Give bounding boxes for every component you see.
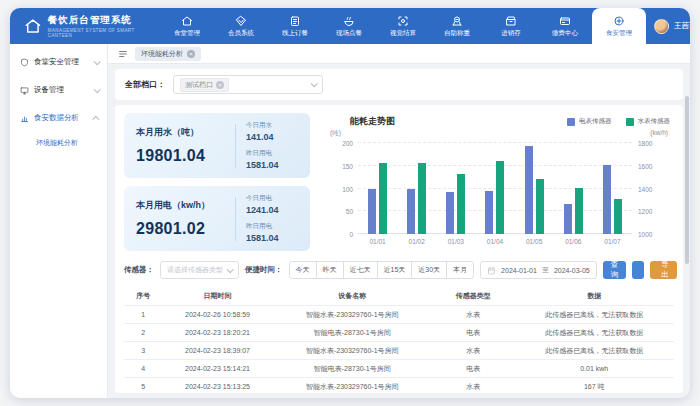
nav-item-payment-center[interactable]: 缴费中心 — [538, 8, 592, 44]
sidebar-item-canteen-safety-mgmt[interactable]: 食堂安全管理 — [10, 48, 107, 76]
export-button[interactable]: 导出 — [650, 261, 677, 279]
stall-select[interactable]: 测试档口 × — [173, 75, 323, 94]
canteen-icon — [181, 15, 193, 27]
table-cell: 2024-02-26 10:58:59 — [163, 306, 273, 324]
vision-checkout-icon — [397, 15, 409, 27]
right-axis-tick: 1000 — [638, 231, 652, 238]
app-window: 餐饮后台管理系统 MANAGEMENT SYSTEM OF SMART CANT… — [10, 8, 690, 398]
nav-item-canteen-mgmt[interactable]: 食堂管理 — [160, 8, 214, 44]
calendar-icon — [487, 266, 496, 275]
bar-电表传感器-01/06 — [564, 204, 572, 234]
legend-swatch — [626, 118, 634, 126]
menu-icon[interactable] — [118, 49, 128, 59]
x-axis-label: 01/06 — [554, 238, 593, 245]
table-cell: 智能电表-28730-1号房间 — [273, 360, 433, 378]
vertical-scrollbar[interactable] — [685, 96, 689, 264]
tag-close-icon[interactable]: × — [216, 81, 224, 89]
bar-水表传感器-01/06 — [575, 188, 583, 234]
quick-time-last-15-days[interactable]: 近15天 — [377, 261, 413, 279]
date-separator: 至 — [542, 265, 549, 275]
nav-item-online-order[interactable]: 线上订餐 — [268, 8, 322, 44]
sidebar-subitem-energy-analysis[interactable]: 环境能耗分析 — [10, 132, 107, 154]
export-label: 导出 — [661, 260, 669, 280]
nav-item-label: 视觉结算 — [390, 29, 416, 38]
table-cell: 4 — [124, 360, 163, 378]
bar-group-01/07 — [593, 143, 632, 234]
table-header: 设备名称 — [273, 287, 433, 306]
logo-house-icon — [24, 16, 42, 36]
chevron-down-icon — [94, 86, 101, 93]
right-axis-unit: (kw/h) — [650, 129, 668, 136]
electric-stat-card: 本月用电（kw/h） 29801.02 今日用电 1241.04 昨 — [124, 186, 310, 251]
nav-item-self-weigh[interactable]: 自助称重 — [430, 8, 484, 44]
left-axis-tick: 0 — [349, 231, 353, 238]
bar-水表传感器-01/07 — [614, 199, 622, 234]
table-row: 52024-02-23 15:13:25智能水表-230329760-1号房间水… — [124, 378, 674, 394]
chevron-down-icon — [311, 80, 318, 87]
legend-item[interactable]: 电表传感器 — [567, 117, 612, 126]
table-row: 12024-02-26 10:58:59智能水表-230329760-1号房间水… — [124, 306, 674, 324]
search-button[interactable]: 查询 — [603, 261, 627, 279]
quick-time-last-30-days[interactable]: 近30天 — [411, 261, 447, 279]
quick-time-yesterday[interactable]: 昨天 — [316, 261, 344, 279]
legend-swatch — [567, 118, 575, 126]
today-electric-label: 今日用电 — [246, 194, 298, 203]
bar-group-01/02 — [397, 143, 436, 234]
bar-电表传感器-01/03 — [446, 192, 454, 234]
table-cell: 2024-02-23 15:14:21 — [163, 360, 273, 378]
table-cell: 智能水表-230329760-1号房间 — [273, 378, 433, 394]
table-cell: 此传感器已离线，无法获取数据 — [515, 342, 675, 360]
table-cell: 167 吨 — [515, 378, 675, 394]
quick-time-last-7-days[interactable]: 近七天 — [343, 261, 378, 279]
selected-stall-tag[interactable]: 测试档口 × — [180, 78, 229, 92]
table-cell: 智能电表-28730-1号房间 — [273, 324, 433, 342]
yesterday-label: 昨日用电 — [246, 149, 298, 158]
user-menu[interactable]: 王茜茜，采购经理 ⋮ — [646, 8, 690, 44]
data-analysis-icon — [20, 114, 29, 123]
x-axis-label: 01/01 — [358, 238, 397, 245]
left-axis-tick: 100 — [342, 185, 353, 192]
bar-水表传感器-01/03 — [457, 174, 465, 234]
date-end[interactable]: 2024-03-05 — [554, 267, 590, 274]
sidebar-item-device-mgmt[interactable]: 设备管理 — [10, 76, 107, 104]
nav-item-dine-in-order[interactable]: 现场点餐 — [322, 8, 376, 44]
quick-time-this-month[interactable]: 本月 — [446, 261, 474, 279]
bar-水表传感器-01/04 — [496, 161, 504, 234]
date-start[interactable]: 2024-01-01 — [501, 267, 537, 274]
inventory-icon — [505, 15, 517, 27]
main-area: 环境能耗分析 × 全部档口： 测试档口 × — [108, 44, 690, 398]
logo-house-icon — [24, 16, 42, 36]
nav-item-food-safety[interactable]: 食安管理 — [592, 8, 646, 44]
nav-item-member-system[interactable]: 会员系统 — [214, 8, 268, 44]
date-range-picker[interactable]: 2024-01-01 至 2024-03-05 — [480, 261, 597, 279]
sensor-type-select[interactable]: 请选择传感器类型 — [160, 261, 239, 279]
dine-in-icon — [343, 15, 355, 27]
table-cell: 水表 — [432, 342, 515, 360]
table-cell: 0.01 kwh — [515, 360, 675, 378]
sidebar-item-food-safety-analysis[interactable]: 食安数据分析 — [10, 104, 107, 132]
tab-close-icon[interactable]: × — [187, 50, 195, 58]
table-cell: 水表 — [432, 378, 515, 394]
bar-电表传感器-01/05 — [525, 146, 533, 234]
avatar[interactable] — [654, 19, 669, 34]
nav-item-inventory[interactable]: 进销存 — [484, 8, 538, 44]
online-order-icon — [289, 15, 301, 27]
refresh-button[interactable] — [632, 261, 644, 279]
safety-management-icon — [20, 58, 29, 67]
x-axis-label: 01/05 — [515, 238, 554, 245]
quick-time-label: 便捷时间： — [245, 265, 283, 275]
table-cell: 1 — [124, 306, 163, 324]
legend-item[interactable]: 水表传感器 — [626, 117, 671, 126]
right-axis-tick: 1800 — [638, 140, 652, 147]
table-cell: 此传感器已离线，无法获取数据 — [515, 306, 675, 324]
nav-item-vision-checkout[interactable]: 视觉结算 — [376, 8, 430, 44]
table-cell: 2024-02-23 15:13:25 — [163, 378, 273, 394]
quick-time-today[interactable]: 今天 — [289, 261, 317, 279]
tab-energy-analysis[interactable]: 环境能耗分析 × — [135, 47, 201, 61]
bar-电表传感器-01/02 — [407, 189, 415, 235]
today-electric-value: 1241.04 — [246, 205, 298, 215]
user-name: 王茜茜，采购经理 — [674, 21, 690, 31]
sidebar-item-label: 食堂安全管理 — [34, 57, 79, 67]
nav-item-label: 食安管理 — [606, 29, 632, 38]
chart-legend: 电表传感器水表传感器 — [567, 117, 670, 126]
